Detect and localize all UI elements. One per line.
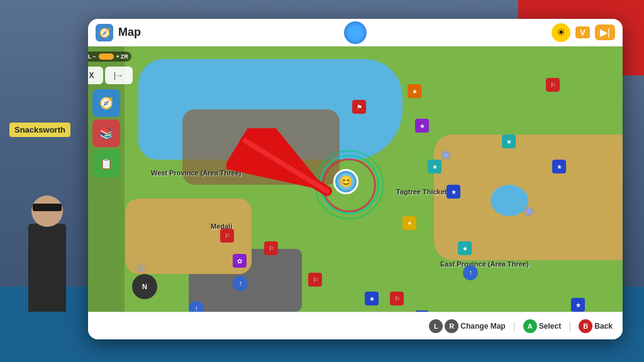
map-marker-pink[interactable]: ✿: [233, 254, 247, 268]
sun-icon: ☀: [552, 23, 570, 42]
map-marker-red-2[interactable]: ⚑: [352, 100, 366, 114]
plus-label: +: [116, 53, 119, 60]
l-button[interactable]: L: [429, 319, 443, 333]
select-control: A Select: [523, 319, 561, 333]
star-marker-1: ☆: [135, 260, 147, 275]
books-button[interactable]: 📚: [92, 119, 120, 147]
compass-rose: N: [132, 274, 157, 299]
character-head: [31, 195, 63, 227]
separator-2: |: [569, 321, 571, 332]
select-label: Select: [539, 322, 561, 331]
snacksworth-label: Snacksworth: [9, 123, 70, 137]
map-marker-yellow[interactable]: ✦: [402, 216, 416, 230]
back-control: B Back: [579, 319, 613, 333]
character-glasses: [33, 204, 62, 211]
map-marker-blue-5[interactable]: ★: [552, 160, 566, 173]
compass-button[interactable]: 🧭: [92, 89, 120, 117]
menu-button[interactable]: 📋: [92, 150, 120, 177]
map-marker-red-4[interactable]: ⚐: [264, 241, 278, 255]
b-button[interactable]: B: [579, 319, 592, 333]
nav-marker-2[interactable]: ↑: [189, 301, 204, 312]
star-marker-2: ★: [440, 147, 452, 162]
exit-button[interactable]: ▶|: [595, 25, 615, 40]
zoom-controls[interactable]: ZL − + ZR: [88, 52, 131, 62]
window-title: Map: [118, 26, 552, 39]
map-marker-teal[interactable]: ★: [428, 160, 441, 173]
map-marker-orange[interactable]: ★: [408, 84, 421, 98]
map-icon-title: 🧭: [96, 24, 113, 41]
map-marker-teal-2[interactable]: ★: [458, 241, 472, 255]
map-area[interactable]: West Province (Area Three) Tagtree Thick…: [88, 47, 623, 312]
change-map-control: L R Change Map: [429, 319, 505, 333]
map-marker-blue-4[interactable]: ★: [571, 298, 585, 312]
character-body: [28, 224, 66, 312]
map-marker-teal-3[interactable]: ★: [502, 134, 516, 148]
separator-1: |: [513, 321, 516, 332]
character-figure: [19, 199, 75, 312]
x-button[interactable]: X: [88, 67, 103, 84]
map-marker-red-1[interactable]: ⚐: [546, 78, 560, 92]
v-badge: V: [575, 26, 590, 38]
change-map-label: Change Map: [460, 322, 505, 331]
arrow-right-button[interactable]: |→: [105, 67, 133, 84]
zl-label: ZL: [88, 53, 91, 60]
r-button[interactable]: R: [445, 319, 458, 333]
nav-marker-1[interactable]: ↑: [233, 276, 248, 291]
map-sidebar: ZL − + ZR X |→ 🧭 📚 📋: [88, 47, 125, 312]
red-arrow: [226, 128, 352, 210]
a-button[interactable]: A: [523, 319, 537, 333]
sun-moon-icon: [344, 21, 367, 44]
map-marker-blue[interactable]: ★: [447, 185, 460, 199]
title-right-controls: ☀ V ▶|: [552, 23, 615, 42]
map-window: 🧭 Map ☀ V ▶| West Province (Area Three) …: [88, 19, 623, 339]
minus-label: −: [92, 53, 96, 60]
back-label: Back: [594, 322, 613, 331]
zoom-slider[interactable]: [99, 53, 114, 60]
bottom-bar: L R Change Map | A Select | B Back: [88, 312, 623, 339]
map-marker-red-6[interactable]: ⚐: [390, 292, 404, 305]
map-marker-purple[interactable]: ★: [415, 119, 429, 133]
map-marker-blue-2[interactable]: ★: [365, 292, 379, 305]
title-bar: 🧭 Map ☀ V ▶|: [88, 19, 623, 47]
map-marker-red-5[interactable]: ⚐: [308, 273, 322, 287]
star-marker-3: ★: [523, 204, 535, 219]
map-marker-red-3[interactable]: ⚐: [220, 229, 234, 243]
nav-marker-3[interactable]: ↑: [463, 265, 478, 280]
map-small-lake: [491, 185, 528, 216]
zr-label: ZR: [121, 53, 128, 60]
